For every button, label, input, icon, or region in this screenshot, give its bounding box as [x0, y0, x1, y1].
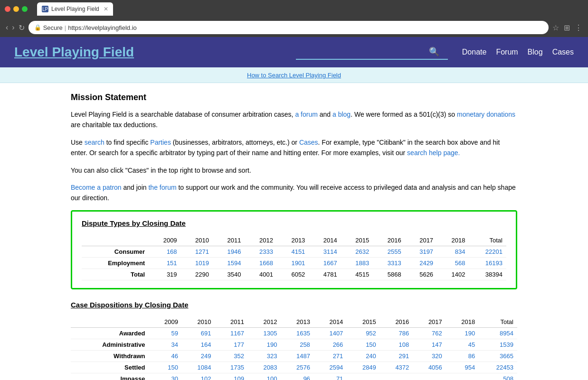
tab-close-button[interactable]: ✕	[104, 6, 108, 12]
search-help-link[interactable]: search help page.	[407, 149, 460, 157]
cell-link[interactable]: 320	[432, 352, 442, 360]
cell-link[interactable]: 2555	[388, 248, 401, 255]
search-icon[interactable]: 🔍	[429, 46, 439, 57]
cell-link[interactable]: 34	[171, 341, 178, 348]
the-forum-link[interactable]: the forum	[148, 184, 176, 191]
cell-link[interactable]: 1901	[291, 260, 305, 267]
cell-link[interactable]: 8954	[500, 330, 513, 337]
cell-link[interactable]: 568	[455, 260, 465, 267]
cell-link[interactable]: 109	[234, 375, 244, 380]
cell-link[interactable]: 22201	[485, 248, 503, 255]
close-window-button[interactable]	[5, 6, 10, 12]
cell-link[interactable]: 4056	[428, 364, 442, 371]
cell-link[interactable]: 1084	[197, 364, 211, 371]
cell-link[interactable]: 46	[171, 352, 178, 360]
cell-link[interactable]: 2429	[419, 260, 433, 267]
cell-link[interactable]: 954	[465, 364, 475, 371]
cell-link[interactable]: 190	[267, 341, 277, 348]
cell-link[interactable]: 16193	[485, 260, 503, 267]
minimize-window-button[interactable]	[13, 6, 19, 12]
bookmark-icon[interactable]: ☆	[552, 23, 559, 32]
cell-link[interactable]: 30	[171, 375, 178, 380]
cell-link[interactable]: 2576	[296, 364, 310, 371]
cell-link[interactable]: 4151	[291, 248, 305, 255]
cell-link[interactable]: 266	[333, 341, 343, 348]
cell-link[interactable]: 1487	[296, 352, 310, 360]
cell-link[interactable]: 71	[336, 375, 343, 380]
cell-link[interactable]: 102	[201, 375, 211, 380]
cell-link[interactable]: 352	[234, 352, 244, 360]
nav-blog[interactable]: Blog	[528, 48, 543, 56]
forum-link[interactable]: a forum	[295, 111, 317, 118]
cell-link[interactable]: 1735	[230, 364, 244, 371]
cell-link[interactable]: 952	[366, 330, 376, 337]
cell-link[interactable]: 2083	[263, 364, 277, 371]
extensions-icon[interactable]: ⊞	[564, 23, 570, 32]
blog-link[interactable]: a blog	[332, 111, 351, 118]
search-link[interactable]: search	[85, 139, 104, 146]
cases-link-inline[interactable]: Cases	[299, 139, 318, 146]
site-title[interactable]: Level Playing Field	[14, 45, 134, 60]
monetary-donations-link[interactable]: monetary donations	[457, 111, 515, 118]
cell-link[interactable]: 3114	[323, 248, 337, 255]
cell-link[interactable]: 240	[366, 352, 376, 360]
nav-donate[interactable]: Donate	[462, 48, 487, 56]
cell-link[interactable]: 1305	[263, 330, 277, 337]
become-patron-link[interactable]: Become a patron	[71, 184, 122, 191]
cell-link[interactable]: 108	[399, 341, 409, 348]
cell-link[interactable]: 291	[399, 352, 409, 360]
cell-link[interactable]: 834	[455, 248, 465, 255]
cell-link[interactable]: 45	[468, 341, 475, 348]
nav-forum[interactable]: Forum	[496, 48, 518, 56]
cell-link[interactable]: 150	[168, 364, 178, 371]
cell-link[interactable]: 150	[366, 341, 376, 348]
cell-link[interactable]: 323	[267, 352, 277, 360]
cell-link[interactable]: 1635	[296, 330, 310, 337]
cell-link[interactable]: 190	[465, 330, 475, 337]
maximize-window-button[interactable]	[22, 6, 28, 12]
cell-link[interactable]: 100	[267, 375, 277, 380]
cell-link[interactable]: 3665	[500, 352, 513, 360]
cell-link[interactable]: 786	[399, 330, 409, 337]
forward-button[interactable]: ›	[12, 23, 14, 32]
cell-link[interactable]: 762	[432, 330, 442, 337]
cell-link[interactable]: 96	[303, 375, 310, 380]
cell-link[interactable]: 1667	[323, 260, 337, 267]
cell-link[interactable]: 168	[167, 248, 177, 255]
cell-link[interactable]: 2333	[259, 248, 273, 255]
cell-link[interactable]: 1407	[329, 330, 343, 337]
menu-icon[interactable]: ⋮	[575, 23, 582, 32]
back-button[interactable]: ‹	[6, 23, 8, 32]
cell-link[interactable]: 177	[234, 341, 244, 348]
cell-link[interactable]: 3197	[419, 248, 433, 255]
cell-link[interactable]: 271	[333, 352, 343, 360]
cell-link[interactable]: 1946	[228, 248, 241, 255]
cell-link[interactable]: 1883	[355, 260, 369, 267]
cell-link[interactable]: 1167	[230, 330, 244, 337]
how-to-search-link[interactable]: How to Search Level Playing Field	[247, 72, 341, 79]
cell-link[interactable]: 151	[167, 260, 177, 267]
parties-link[interactable]: Parties	[150, 139, 171, 146]
cell-link[interactable]: 249	[201, 352, 211, 360]
cell-link[interactable]: 147	[432, 341, 442, 348]
cell-link[interactable]: 1271	[195, 248, 209, 255]
cell-link[interactable]: 1668	[259, 260, 273, 267]
cell-link[interactable]: 164	[201, 341, 211, 348]
cell-link[interactable]: 2594	[329, 364, 343, 371]
cell-link[interactable]: 4372	[395, 364, 409, 371]
search-input[interactable]	[296, 48, 429, 56]
cell-link[interactable]: 1019	[195, 260, 209, 267]
reload-button[interactable]: ↻	[19, 23, 25, 32]
cell-link[interactable]: 2849	[362, 364, 376, 371]
cell-link[interactable]: 3313	[388, 260, 401, 267]
cell-link[interactable]: 59	[171, 330, 178, 337]
cell-link[interactable]: 1594	[228, 260, 241, 267]
cell-link[interactable]: 86	[468, 352, 475, 360]
cell-link[interactable]: 22453	[496, 364, 513, 371]
cell-link[interactable]: 1539	[500, 341, 513, 348]
cell-link[interactable]: 691	[201, 330, 211, 337]
cell-link[interactable]: 508	[503, 375, 513, 380]
nav-cases[interactable]: Cases	[552, 48, 574, 56]
browser-tab[interactable]: LP Level Playing Field ✕	[37, 2, 113, 16]
cell-link[interactable]: 258	[300, 341, 310, 348]
